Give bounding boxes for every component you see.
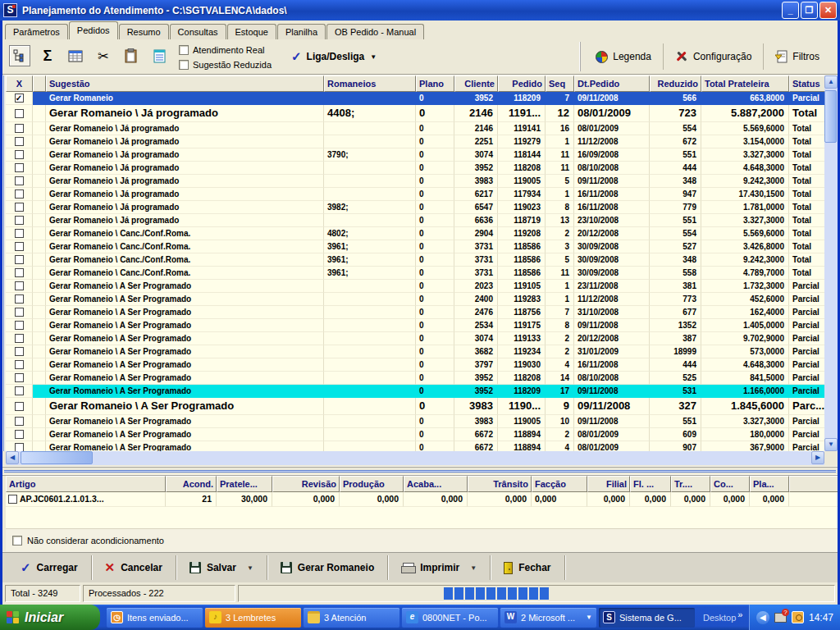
filtros-button[interactable]: Filtros [763,43,831,70]
table-row[interactable]: Gerar Romaneio \ Já programado 0 2146 11… [6,122,824,135]
tray-collapse-icon[interactable]: ◀ [756,611,769,624]
table-row[interactable]: Gerar Romaneio \ A Ser Programado 0 3983… [6,415,824,428]
tab-consultas[interactable]: Consultas [170,24,226,39]
row-checkbox[interactable] [15,334,24,343]
tray-clock-icon[interactable] [792,611,804,623]
col-header-indicator[interactable] [33,75,46,92]
tab-estoque[interactable]: Estoque [227,24,276,39]
tab-parametros[interactable]: Parâmetros [5,24,68,39]
imprimir-button[interactable]: Imprimir ▼ [388,555,491,580]
col-header-pedido[interactable]: Pedido [498,75,546,92]
row-checkbox[interactable] [15,255,24,264]
row-checkbox[interactable] [15,176,24,185]
col-header-tr[interactable]: Tr.... [671,476,710,492]
detail-row-checkbox[interactable] [8,495,17,504]
table-row[interactable]: Gerar Romaneio \ Já programado 0 3952 11… [6,162,824,175]
taskbar-item-itens-enviados[interactable]: ◷ Itens enviado... [107,608,203,628]
row-checkbox[interactable] [15,109,24,118]
atendimento-real-checkbox[interactable] [179,45,189,55]
taskbar-item-lembretes[interactable]: ♪ 3 Lembretes [205,608,301,628]
col-header-plano[interactable]: Plano [416,75,454,92]
table-row[interactable]: Gerar Romaneio \ Já programado 0 6217 11… [6,188,824,201]
tab-planilha[interactable]: Planilha [277,24,326,39]
col-header-faccao[interactable]: Facção [532,476,587,492]
table-row[interactable]: Gerar Romaneio \ Canc./Conf.Roma. 3961; … [6,253,824,267]
table-row[interactable]: Gerar Romaneio \ A Ser Programado 0 2534… [6,319,824,332]
table-row[interactable]: Gerar Romaneio \ A Ser Programado 0 6672… [6,441,824,451]
col-header-status[interactable]: Status [789,75,824,92]
nao-considerar-checkbox[interactable] [12,536,22,546]
row-checkbox[interactable] [15,124,24,133]
row-checkbox[interactable] [15,150,24,159]
col-header-sugestao[interactable]: Sugestão [46,75,324,92]
taskbar-item-0800net[interactable]: e 0800NET - Po... [402,608,498,628]
cancelar-button[interactable]: ✕ Cancelar [92,555,176,580]
col-header-acond[interactable]: Acond. [166,476,217,492]
col-header-transito[interactable]: Trânsito [468,476,532,492]
row-checkbox[interactable] [15,216,24,225]
col-header-producao[interactable]: Produção [340,476,404,492]
tab-pedidos[interactable]: Pedidos [69,21,118,39]
table-row[interactable]: Gerar Romaneio \ A Ser Programado 0 3952… [6,372,824,385]
horizontal-scroll-thumb[interactable] [21,451,93,464]
col-header-prateleira[interactable]: Pratele... [217,476,272,492]
scroll-left-icon[interactable]: ◀ [6,451,19,464]
notes-button[interactable] [148,45,170,66]
row-checkbox[interactable] [15,308,24,317]
table-row[interactable]: Gerar Romaneio \ Já programado 0 6636 11… [6,214,824,227]
vertical-scrollbar[interactable]: ▲ ▼ [824,75,838,451]
legenda-button[interactable]: Legenda [584,43,663,70]
row-checkbox[interactable] [15,189,24,199]
col-header-pla[interactable]: Pla... [750,476,789,492]
scroll-right-icon[interactable]: ▶ [811,451,824,464]
table-row[interactable]: Gerar Romaneio \ Já programado 0 3983 11… [6,175,824,188]
table-row[interactable]: Gerar Romaneio \ A Ser Programado 0 3074… [6,332,824,345]
close-button[interactable]: ✕ [819,2,837,19]
row-checkbox[interactable] [15,137,24,146]
col-header-acabamento[interactable]: Acaba... [404,476,468,492]
taskbar-item-atencion[interactable]: 3 Atención [304,608,399,628]
row-checkbox[interactable] [15,386,24,395]
table-row[interactable]: Gerar Romaneio \ A Ser Programado 0 2023… [6,280,824,293]
fechar-button[interactable]: Fechar [491,555,564,580]
row-checkbox[interactable] [15,229,24,238]
row-checkbox[interactable] [15,294,24,304]
table-row[interactable]: Gerar Romaneio \ Já programado 3982; 0 6… [6,201,824,214]
table-row[interactable]: Gerar Romaneio \ A Ser Programado 0 6672… [6,428,824,441]
row-checkbox[interactable] [15,347,24,356]
toolbar-chevron-icon[interactable]: » [737,609,742,619]
tab-ob-pedido-manual[interactable]: OB Pedido - Manual [326,24,424,39]
table-row[interactable]: Gerar Romaneio \ Já programado 0 2251 11… [6,135,824,148]
horizontal-scrollbar[interactable]: ◀ ▶ [6,451,824,465]
sugestao-reduzida-checkbox[interactable] [179,60,189,70]
row-checkbox[interactable] [15,360,24,369]
col-header-x[interactable]: X [6,75,33,92]
table-row[interactable]: Gerar Romaneio \ Canc./Conf.Roma. 3961; … [6,267,824,280]
table-row[interactable]: Gerar Romaneio \ A Ser Programado 0 3797… [6,358,824,372]
row-checkbox[interactable] [15,321,24,330]
table-button[interactable] [65,45,86,66]
col-header-romaneios[interactable]: Romaneios [324,75,416,92]
liga-desliga-button[interactable]: ✓ Liga/Desliga ▼ [291,49,377,64]
start-button[interactable]: Iniciar [0,605,100,630]
salvar-button[interactable]: Salvar ▼ [176,555,267,580]
table-row[interactable]: Gerar Romaneio \ Canc./Conf.Roma. 4802; … [6,227,824,240]
sum-button[interactable]: Σ [37,45,58,66]
tree-view-button[interactable] [9,45,30,66]
table-row[interactable]: Gerar Romaneio \ Canc./Conf.Roma. 3961; … [6,240,824,253]
row-checkbox[interactable] [15,268,24,277]
col-header-revisao[interactable]: Revisão [272,476,340,492]
row-checkbox[interactable] [15,373,24,382]
col-header-fl[interactable]: Fl. ... [630,476,671,492]
dropdown-arrow-icon[interactable]: ▼ [470,564,477,572]
col-header-cliente[interactable]: Cliente [454,75,498,92]
col-header-artigo[interactable]: Artigo [6,476,166,492]
cut-button[interactable]: ✂ [93,45,114,66]
carregar-button[interactable]: ✓ Carregar [7,555,92,580]
col-header-seq[interactable]: Seq [546,75,574,92]
desktop-toolbar-label[interactable]: Desktop [703,613,736,623]
table-row[interactable]: Gerar Romaneio \ A Ser Programado 0 3682… [6,345,824,358]
table-row[interactable]: Gerar Romaneio \ A Ser Programado 0 3952… [6,385,824,398]
col-header-dtpedido[interactable]: Dt.Pedido [574,75,650,92]
col-header-co[interactable]: Co... [710,476,750,492]
